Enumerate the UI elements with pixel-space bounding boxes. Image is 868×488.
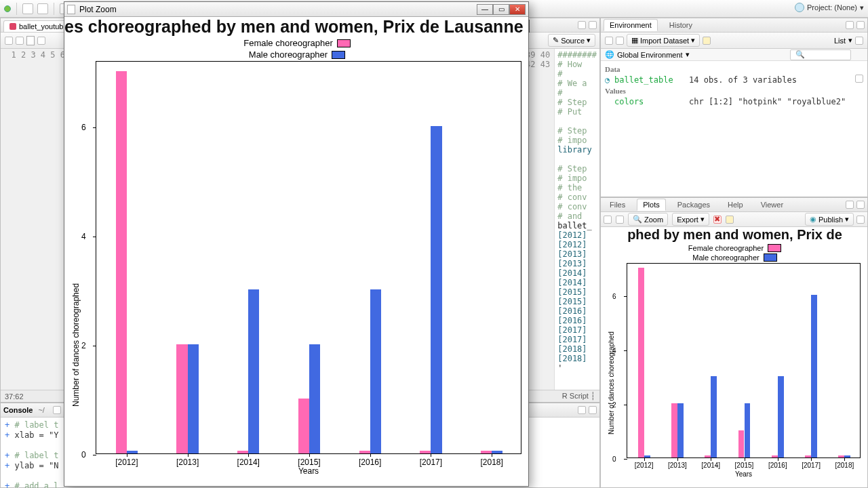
save-icon[interactable]	[37, 37, 45, 45]
x-tick-label: [2014]	[237, 458, 260, 467]
minimize-icon[interactable]	[578, 21, 586, 29]
zoom-icon: 🔍	[633, 215, 642, 224]
legend-swatch	[332, 51, 345, 59]
env-search-input[interactable]	[790, 49, 851, 60]
remove-plot-icon[interactable]: ✖	[713, 216, 722, 224]
legend-item: Female choreographer	[688, 244, 781, 252]
refresh-icon[interactable]	[856, 216, 865, 224]
import-dataset-button[interactable]: ▦ Import Dataset ▾	[627, 34, 700, 47]
environment-pane: Environment History ▦ Import Dataset ▾ L…	[600, 18, 868, 197]
export-label: Export	[677, 216, 698, 224]
maximize-icon[interactable]	[856, 201, 865, 209]
env-row[interactable]: ◔ ballet_table 14 obs. of 3 variables	[605, 75, 863, 85]
tab-plots[interactable]: Plots	[637, 199, 665, 211]
maximize-button[interactable]: ▭	[493, 4, 509, 15]
bar	[481, 451, 492, 453]
source-button-label: Source	[561, 37, 585, 45]
legend-item: Female choreographer	[243, 38, 351, 48]
bar	[370, 289, 381, 453]
tab-files[interactable]: Files	[604, 199, 631, 211]
x-tick-label: [2013]	[176, 458, 199, 467]
x-tick-label: [2015]	[298, 458, 320, 467]
r-file-icon	[9, 23, 16, 30]
clear-icon[interactable]	[53, 406, 61, 414]
load-icon[interactable]	[605, 37, 613, 45]
zoom-button[interactable]: 🔍Zoom	[628, 213, 668, 226]
globe-icon: 🌐	[605, 50, 614, 59]
y-axis-label: Number of dances choreographed	[608, 332, 615, 435]
y-tick-label: 4	[81, 232, 86, 241]
next-plot-icon[interactable]	[616, 216, 624, 224]
clear-plots-icon[interactable]	[726, 216, 734, 224]
maximize-icon[interactable]	[589, 406, 597, 414]
tab-environment[interactable]: Environment	[604, 19, 658, 31]
bar	[738, 430, 745, 458]
chevron-down-icon: ▾	[860, 3, 864, 12]
broom-icon[interactable]	[703, 37, 711, 45]
x-tick-label: [2012]	[115, 458, 138, 467]
chevron-down-icon: ▾	[691, 36, 695, 45]
code-editor[interactable]: ######## # How # # We a # # Step # Put #…	[555, 49, 599, 390]
env-row[interactable]: colors chr [1:2] "hotpink" "royalblue2"	[605, 96, 863, 107]
bar	[420, 451, 431, 453]
prev-plot-icon[interactable]	[604, 216, 612, 224]
legend-label: Female choreographer	[243, 38, 333, 48]
bar	[745, 403, 751, 458]
bar	[492, 451, 502, 453]
minimize-icon[interactable]	[846, 201, 854, 209]
tab-viewer[interactable]: Viewer	[755, 199, 789, 211]
file-type: R Script	[562, 392, 589, 400]
x-tick-label: [2017]	[802, 462, 821, 469]
publish-icon: ◉	[810, 215, 816, 224]
env-data-header: Data	[605, 64, 863, 75]
bar	[811, 295, 817, 458]
back-icon[interactable]	[5, 37, 13, 45]
tab-history[interactable]: History	[663, 19, 698, 31]
tab-packages[interactable]: Packages	[671, 199, 716, 211]
maximize-icon[interactable]	[589, 21, 597, 29]
plot-area: phed by men and women, Prix deFemale cho…	[601, 227, 867, 487]
bar	[298, 399, 309, 453]
minimize-icon[interactable]	[846, 21, 854, 29]
maximize-icon[interactable]	[856, 21, 865, 29]
source-button[interactable]: ✎ Source ▾	[548, 34, 595, 47]
tab-help[interactable]: Help	[722, 199, 749, 211]
chevron-down-icon: ▾	[845, 215, 849, 224]
forward-icon[interactable]	[16, 37, 24, 45]
env-var-val: 14 obs. of 3 variables	[689, 75, 797, 85]
chevron-down-icon: ▾	[701, 215, 705, 224]
chevron-down-icon: ▾	[848, 36, 852, 45]
export-button[interactable]: Export▾	[672, 213, 709, 226]
close-button[interactable]: ✕	[509, 4, 526, 15]
wand-icon: ✎	[553, 36, 559, 45]
y-tick-label: 0	[612, 455, 616, 463]
save-icon[interactable]	[616, 37, 624, 45]
legend-label: Male choreographer	[692, 253, 759, 262]
new-file-icon[interactable]	[22, 3, 33, 14]
legend-label: Male choreographer	[249, 49, 328, 60]
bar	[838, 455, 844, 458]
plots-pane: Files Plots Packages Help Viewer 🔍Zoom E…	[600, 197, 868, 488]
list-view-label[interactable]: List	[834, 37, 846, 45]
project-menu[interactable]: Project: (None) ▾	[795, 3, 864, 12]
plot-axes: 0246[2012][2013][2014][2015][2016][2017]…	[96, 61, 521, 454]
minimize-icon[interactable]	[578, 406, 586, 414]
plot-zoom-window: Plot Zoom — ▭ ✕ es choreographed by men …	[64, 1, 529, 487]
bar	[778, 376, 784, 458]
grid-view-icon[interactable]	[855, 75, 863, 83]
x-axis-label: Years	[627, 470, 861, 478]
bar	[176, 344, 187, 453]
bar	[188, 344, 199, 453]
publish-button[interactable]: ◉Publish▾	[805, 213, 854, 226]
scope-label[interactable]: Global Environment	[617, 51, 683, 59]
bar	[671, 403, 677, 458]
x-tick-label: [2012]	[635, 462, 654, 469]
minimize-button[interactable]: —	[477, 4, 493, 15]
show-doc-icon[interactable]	[26, 36, 35, 45]
grid-icon: ▦	[631, 36, 638, 45]
open-icon[interactable]	[37, 3, 48, 14]
x-tick-label: [2013]	[668, 462, 687, 469]
refresh-icon[interactable]	[855, 37, 863, 45]
legend-item: Male choreographer	[692, 253, 776, 262]
expand-icon[interactable]: ◔	[605, 75, 614, 85]
